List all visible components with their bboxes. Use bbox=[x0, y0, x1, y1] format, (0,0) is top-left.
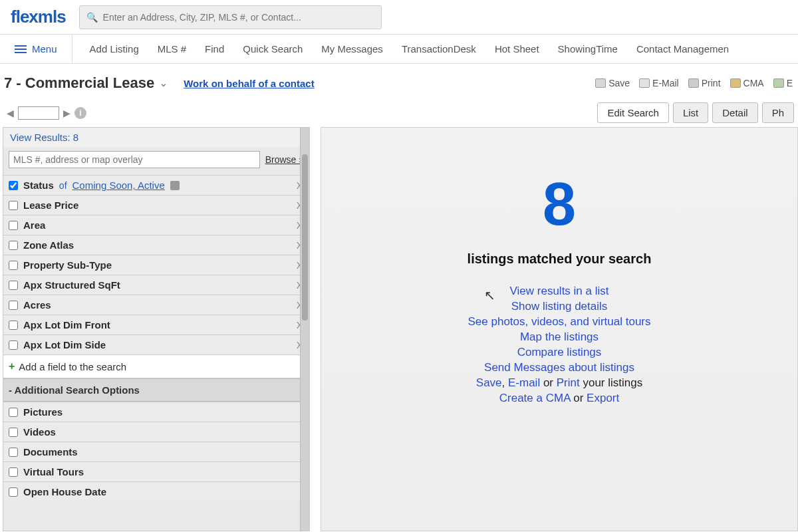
field-checkbox[interactable] bbox=[9, 281, 18, 290]
view-tabs: Edit Search List Detail Ph bbox=[597, 102, 794, 123]
nav-transactiondesk[interactable]: TransactionDesk bbox=[402, 43, 476, 55]
hamburger-icon bbox=[15, 43, 27, 55]
cma-icon bbox=[730, 78, 741, 88]
field-apx-structured-sqft[interactable]: Apx Structured SqFtX bbox=[3, 275, 309, 295]
field-checkbox[interactable] bbox=[9, 301, 18, 310]
field-zone-atlas[interactable]: Zone AtlasX bbox=[3, 235, 309, 255]
field-lease-price[interactable]: Lease PriceX bbox=[3, 195, 309, 215]
criteria-filter-input[interactable] bbox=[9, 151, 260, 168]
nav-showingtime[interactable]: ShowingTime bbox=[558, 43, 618, 55]
print-icon bbox=[688, 78, 699, 88]
link-compare[interactable]: Compare listings bbox=[517, 346, 602, 358]
nav-add-listing[interactable]: Add Listing bbox=[90, 43, 139, 55]
work-on-behalf-link[interactable]: Work on behalf of a contact bbox=[184, 78, 314, 89]
results-message: listings matched your search bbox=[467, 251, 652, 267]
field-label: Videos bbox=[23, 426, 56, 438]
cma-action[interactable]: CMA bbox=[730, 78, 764, 88]
field-label: Documents bbox=[23, 446, 78, 458]
field-apx-lot-dim-front[interactable]: Apx Lot Dim FrontX bbox=[3, 315, 309, 334]
additional-options-header[interactable]: - Additional Search Options bbox=[3, 378, 309, 402]
link-see-media[interactable]: See photos, videos, and virtual tours bbox=[468, 315, 651, 328]
global-search[interactable]: 🔍 bbox=[79, 5, 382, 29]
link-export[interactable]: Export bbox=[587, 392, 619, 404]
field-label: Status bbox=[23, 180, 54, 191]
menu-button[interactable]: Menu bbox=[0, 35, 72, 63]
criteria-fields: Status of Coming Soon, Active X Lease Pr… bbox=[3, 175, 309, 531]
field-label: Virtual Tours bbox=[23, 466, 84, 477]
search-criteria-panel: View Results: 8 Browse » Status of Comin… bbox=[3, 127, 310, 531]
next-arrow-icon[interactable]: ▶ bbox=[63, 108, 70, 118]
page-title-text: 7 - Commercial Lease bbox=[4, 74, 154, 92]
results-summary-panel: 8 listings matched your search View resu… bbox=[321, 127, 798, 531]
field-checkbox[interactable] bbox=[9, 428, 18, 437]
field-checkbox[interactable] bbox=[9, 221, 18, 230]
field-checkbox[interactable] bbox=[9, 201, 18, 210]
browse-link[interactable]: Browse » bbox=[265, 154, 304, 165]
save-action[interactable]: Save bbox=[595, 78, 630, 88]
field-open-house-date[interactable]: Open House Date bbox=[3, 481, 309, 501]
print-action[interactable]: Print bbox=[688, 78, 721, 88]
calendar-icon[interactable] bbox=[170, 181, 180, 190]
link-map-listings[interactable]: Map the listings bbox=[520, 331, 598, 343]
page-title[interactable]: 7 - Commercial Lease ⌄ bbox=[4, 74, 168, 92]
field-label: Pictures bbox=[23, 406, 63, 418]
field-checkbox[interactable] bbox=[9, 408, 18, 417]
link-print[interactable]: Print bbox=[557, 376, 580, 389]
prev-arrow-icon[interactable]: ◀ bbox=[7, 108, 14, 118]
field-checkbox[interactable] bbox=[9, 241, 18, 250]
export-action[interactable]: E bbox=[773, 78, 793, 88]
global-search-input[interactable] bbox=[103, 12, 374, 23]
field-status[interactable]: Status of Coming Soon, Active X bbox=[3, 175, 309, 195]
field-pictures[interactable]: Pictures bbox=[3, 402, 309, 422]
export-icon bbox=[773, 78, 784, 88]
link-show-details[interactable]: Show listing details bbox=[511, 300, 608, 313]
email-action[interactable]: E-Mail bbox=[639, 78, 679, 88]
link-create-cma[interactable]: Create a CMA bbox=[499, 392, 571, 404]
cursor-icon: ↖ bbox=[484, 287, 495, 303]
scrollbar[interactable] bbox=[300, 128, 309, 531]
plus-icon: + bbox=[9, 360, 15, 372]
chevron-down-icon: ⌄ bbox=[160, 78, 168, 88]
nav-find[interactable]: Find bbox=[205, 43, 224, 55]
link-save[interactable]: Save bbox=[476, 376, 502, 389]
field-videos[interactable]: Videos bbox=[3, 422, 309, 442]
nav-quick-search[interactable]: Quick Search bbox=[243, 43, 303, 55]
add-field-button[interactable]: + Add a field to the search bbox=[3, 354, 309, 378]
field-documents[interactable]: Documents bbox=[3, 442, 309, 462]
nav-contact-management[interactable]: Contact Managemen bbox=[636, 43, 729, 55]
field-checkbox[interactable] bbox=[9, 448, 18, 457]
nav-mls-number[interactable]: MLS # bbox=[158, 43, 186, 55]
scrollbar-thumb[interactable] bbox=[302, 154, 308, 321]
field-acres[interactable]: AcresX bbox=[3, 295, 309, 315]
link-view-list[interactable]: View results in a list bbox=[510, 285, 609, 297]
field-property-sub-type[interactable]: Property Sub-TypeX bbox=[3, 255, 309, 275]
menu-label: Menu bbox=[32, 43, 57, 55]
field-checkbox[interactable] bbox=[9, 261, 18, 270]
field-checkbox[interactable] bbox=[9, 487, 18, 497]
tab-edit-search[interactable]: Edit Search bbox=[597, 102, 669, 123]
field-label: Area bbox=[23, 219, 45, 231]
tab-detail[interactable]: Detail bbox=[712, 102, 757, 123]
field-status-checkbox[interactable] bbox=[9, 181, 18, 190]
field-checkbox[interactable] bbox=[9, 467, 18, 477]
add-field-label: Add a field to the search bbox=[19, 361, 126, 372]
link-email[interactable]: E-mail bbox=[508, 376, 540, 389]
field-label: Zone Atlas bbox=[23, 239, 74, 251]
field-label: Apx Lot Dim Front bbox=[23, 319, 110, 331]
field-area[interactable]: AreaX bbox=[3, 215, 309, 235]
tab-list[interactable]: List bbox=[673, 102, 708, 123]
view-results-link[interactable]: View Results: 8 bbox=[3, 128, 309, 147]
info-icon[interactable]: i bbox=[74, 107, 86, 119]
field-virtual-tours[interactable]: Virtual Tours bbox=[3, 462, 309, 481]
save-icon bbox=[595, 78, 606, 88]
field-checkbox[interactable] bbox=[9, 321, 18, 330]
tab-photos[interactable]: Ph bbox=[762, 102, 794, 123]
field-status-value[interactable]: Coming Soon, Active bbox=[72, 180, 165, 191]
link-send-messages[interactable]: Send Messages about listings bbox=[484, 361, 634, 374]
field-apx-lot-dim-side[interactable]: Apx Lot Dim SideX bbox=[3, 334, 309, 354]
record-jump-input[interactable] bbox=[18, 106, 59, 120]
nav-hot-sheet[interactable]: Hot Sheet bbox=[495, 43, 539, 55]
field-status-of: of bbox=[59, 180, 67, 191]
field-checkbox[interactable] bbox=[9, 340, 18, 350]
nav-my-messages[interactable]: My Messages bbox=[321, 43, 383, 55]
